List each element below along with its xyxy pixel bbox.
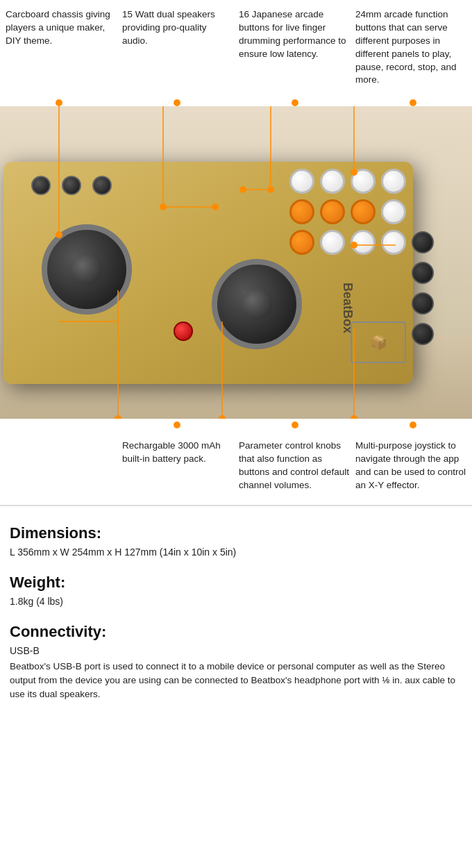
arcade-buttons-grid [289,169,406,255]
knobs-top-row [31,176,112,195]
dimensions-value: L 356mm x W 254mm x H 127mm (14in x 10in… [10,545,462,560]
right-knob-3 [412,292,434,315]
right-knob-2 [412,262,434,284]
bottom-dot-4 [410,422,416,428]
speaker-right [212,259,302,349]
knob-1 [31,176,51,195]
bottom-dot-col4 [354,419,472,433]
arcade-btn-3[interactable] [351,169,376,194]
dimensions-title: Dimensions: [10,524,462,542]
arcade-btn-2[interactable] [320,169,345,194]
features-bottom: Rechargable 3000 mAh built-in battery pa… [0,433,472,498]
bottom-dot-col1-empty [0,419,118,433]
knob-3 [92,176,112,195]
feature-joystick: Multi-purpose joystick to navigate throu… [355,440,466,492]
feature-parameter-knobs: Parameter control knobs that also functi… [239,440,350,492]
section-divider [0,505,472,506]
connectivity-block: Connectivity: USB-B Beatbox's USB-B port… [10,623,462,702]
right-knob-4 [412,323,434,345]
bottom-annotation-dots [0,419,472,433]
right-knob-1 [412,231,434,253]
feature-battery: Rechargable 3000 mAh built-in battery pa… [122,440,233,492]
arcade-btn-4[interactable] [381,169,406,194]
bottom-dot-col2 [118,419,236,433]
weight-block: Weight: 1.8kg (4 lbs) [10,574,462,609]
top-dot-2 [174,99,180,106]
connectivity-desc: Beatbox's USB-B port is used to connect … [10,660,462,702]
weight-title: Weight: [10,574,462,592]
arcade-btn-10[interactable] [320,230,345,255]
product-image-region: BeatBox 📦 [0,106,472,419]
shipping-icon-content: 📦 [370,334,387,351]
connectivity-usb: USB-B [10,644,462,658]
features-top: Carcboard chassis giving players a uniqu… [0,0,472,92]
weight-value: 1.8kg (4 lbs) [10,594,462,609]
top-dot-col2 [118,92,236,106]
speaker-left-cone [71,254,103,285]
top-dot-1 [56,99,62,106]
top-dot-col1 [0,92,118,106]
shipping-icon: 📦 [351,322,406,363]
full-page: Carcboard chassis giving players a uniqu… [0,0,472,730]
bottom-dot-2 [174,422,180,428]
top-annotation-dots [0,92,472,106]
top-dot-3 [292,99,298,106]
bottom-dot-3 [292,422,298,428]
arcade-btn-11[interactable] [351,230,376,255]
bottom-dot-col3 [236,419,354,433]
specs-section: Dimensions: L 356mm x W 254mm x H 127mm … [0,513,472,730]
feature-function-buttons: 24mm arcade function buttons that can se… [355,8,466,87]
right-side-knobs [412,231,434,345]
dimensions-block: Dimensions: L 356mm x W 254mm x H 127mm … [10,524,462,560]
knob-2 [62,176,81,195]
feature-speakers: 15 Watt dual speakers providing pro-qual… [122,8,233,87]
arcade-btn-6-orange[interactable] [320,199,345,224]
top-dot-4 [410,99,416,106]
feature-cardboard: Carcboard chassis giving players a uniqu… [6,8,117,87]
top-dot-col3 [236,92,354,106]
arcade-btn-9-orange[interactable] [289,230,314,255]
arcade-btn-1[interactable] [289,169,314,194]
arcade-btn-5-orange[interactable] [289,199,314,224]
top-dot-col4 [354,92,472,106]
feature-arcade-buttons: 16 Japanese arcade buttons for live fing… [239,8,350,87]
speaker-right-cone [242,289,273,320]
speaker-left [42,224,132,315]
connectivity-title: Connectivity: [10,623,462,641]
arcade-btn-12[interactable] [381,230,406,255]
arcade-btn-7-orange[interactable] [351,199,376,224]
device-body: BeatBox 📦 [3,162,413,384]
red-knob [174,322,193,341]
arcade-btn-8[interactable] [381,199,406,224]
